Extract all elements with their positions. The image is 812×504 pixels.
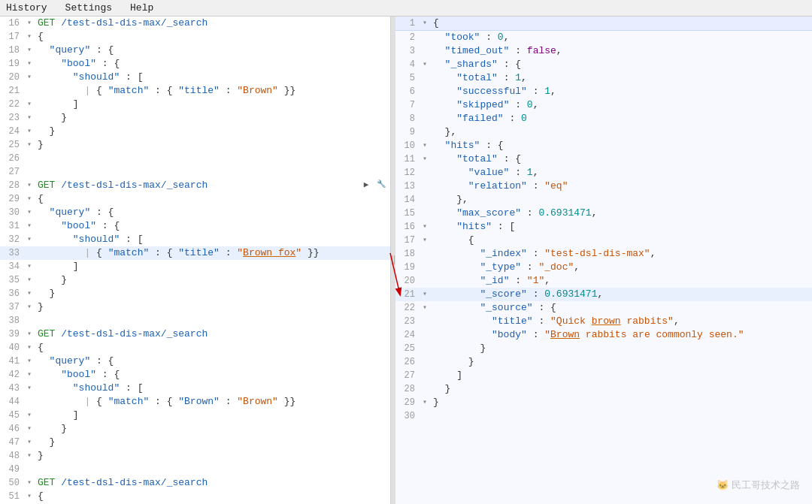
line-number: 48 xyxy=(0,449,24,463)
line-number: 28 xyxy=(395,382,420,396)
line-content: "skipped" : 0, xyxy=(430,98,812,112)
table-row: 22▾ ] xyxy=(0,98,390,111)
line-gutter xyxy=(24,152,35,165)
line-content: "hits" : [ xyxy=(430,220,812,234)
table-row: 20 "_id" : "1", xyxy=(395,274,812,288)
line-content: "bool" : { xyxy=(35,368,390,382)
line-content: "query" : { xyxy=(35,44,390,57)
line-content: GET /test-dsl-dis-max/_search xyxy=(35,327,390,341)
table-row: 15 "max_score" : 0.6931471, xyxy=(395,207,812,220)
table-row: 26 } xyxy=(395,355,812,369)
table-row: 7 "skipped" : 0, xyxy=(395,98,812,112)
table-row: 30 xyxy=(395,409,812,423)
line-number: 45 xyxy=(0,409,24,422)
line-gutter xyxy=(420,207,430,220)
table-row: 9 }, xyxy=(395,125,812,139)
line-number: 40 xyxy=(0,341,24,355)
line-number: 5 xyxy=(395,71,420,85)
line-content: "relation" : "eq" xyxy=(430,180,812,193)
line-number: 9 xyxy=(395,125,420,139)
left-code-area[interactable]: 16▾GET /test-dsl-dis-max/_search17▾{18▾ … xyxy=(0,17,390,504)
table-row: 27 ] xyxy=(395,369,812,382)
app-container: History Settings Help 16▾GET /test-dsl-d… xyxy=(0,0,812,504)
table-row: 16▾GET /test-dsl-dis-max/_search xyxy=(0,17,390,30)
line-number: 22 xyxy=(395,301,420,315)
table-row: 33 | { "match" : { "title" : "Brown fox"… xyxy=(0,246,390,260)
line-number: 14 xyxy=(395,193,420,207)
table-row: 28 } xyxy=(395,382,812,396)
line-content: "hits" : { xyxy=(430,139,812,152)
table-row: 24▾ } xyxy=(0,125,390,138)
left-panel: 16▾GET /test-dsl-dis-max/_search17▾{18▾ … xyxy=(0,17,391,504)
line-number: 24 xyxy=(395,328,420,342)
line-number: 22 xyxy=(0,98,24,111)
line-gutter: ▾ xyxy=(24,233,35,246)
line-number: 13 xyxy=(395,180,420,193)
line-content: "should" : [ xyxy=(35,71,390,84)
line-content: | { "match" : { "Brown" : "Brown" }} xyxy=(35,395,390,409)
table-row: 47▾ } xyxy=(0,436,390,449)
table-row: 23 "title" : "Quick brown rabbits", xyxy=(395,315,812,328)
line-content: "_id" : "1", xyxy=(430,274,812,288)
menu-settings[interactable]: Settings xyxy=(62,0,115,17)
table-row: 25 } xyxy=(395,342,812,355)
line-gutter: ▾ xyxy=(24,449,35,463)
table-row: 43▾ "should" : [ xyxy=(0,382,390,395)
main-area: 16▾GET /test-dsl-dis-max/_search17▾{18▾ … xyxy=(0,17,812,504)
line-content: }, xyxy=(430,125,812,139)
line-gutter: ▾ xyxy=(420,139,430,152)
table-row: 2 "took" : 0, xyxy=(395,31,812,44)
line-number: 17 xyxy=(395,234,420,247)
line-number: 44 xyxy=(0,395,24,409)
line-gutter xyxy=(420,125,430,139)
line-content: "took" : 0, xyxy=(430,31,812,44)
table-row: 11▾ "total" : { xyxy=(395,152,812,166)
line-number: 51 xyxy=(0,490,24,503)
line-gutter: ▾ xyxy=(420,396,430,409)
line-actions: ▶🔧 xyxy=(360,179,390,191)
line-gutter xyxy=(24,314,35,327)
line-gutter xyxy=(24,463,35,476)
line-number: 2 xyxy=(395,31,420,44)
line-content: "should" : [ xyxy=(35,382,390,395)
table-row: 51▾{ xyxy=(0,490,390,503)
line-gutter: ▾ xyxy=(24,287,35,300)
right-code-area[interactable]: 1▾{2 "took" : 0,3 "timed_out" : false,4▾… xyxy=(395,17,812,504)
table-row: 1▾{ xyxy=(395,17,812,31)
line-gutter xyxy=(420,409,430,423)
line-number: 25 xyxy=(0,138,24,152)
table-row: 13 "relation" : "eq" xyxy=(395,180,812,193)
line-gutter xyxy=(24,246,35,260)
line-content: GET /test-dsl-dis-max/_search xyxy=(35,17,390,30)
line-number: 3 xyxy=(395,44,420,58)
table-row: 36▾ } xyxy=(0,287,390,300)
line-gutter: ▾ xyxy=(24,341,35,355)
line-content: "value" : 1, xyxy=(430,166,812,180)
line-gutter: ▾ xyxy=(24,138,35,152)
line-number: 24 xyxy=(0,125,24,138)
line-number: 21 xyxy=(395,288,420,301)
line-number: 28 xyxy=(0,179,24,192)
line-gutter: ▾ xyxy=(24,179,35,192)
line-number: 35 xyxy=(0,273,24,287)
run-button[interactable]: ▶ xyxy=(360,179,372,191)
table-row: 14 }, xyxy=(395,193,812,207)
line-content: } xyxy=(35,125,390,138)
menu-help[interactable]: Help xyxy=(127,0,156,17)
menu-history[interactable]: History xyxy=(3,0,50,17)
table-row: 29▾} xyxy=(395,396,812,409)
line-number: 32 xyxy=(0,233,24,246)
line-content: ] xyxy=(35,260,390,273)
table-row: 34▾ ] xyxy=(0,260,390,273)
table-row: 38 xyxy=(0,314,390,327)
table-row: 18 "_index" : "test-dsl-dis-max", xyxy=(395,247,812,261)
line-gutter: ▾ xyxy=(24,368,35,382)
table-row: 19 "_type" : "_doc", xyxy=(395,261,812,274)
line-number: 19 xyxy=(0,57,24,71)
line-number: 19 xyxy=(395,261,420,274)
wrench-button[interactable]: 🔧 xyxy=(375,179,387,191)
line-content: "query" : { xyxy=(35,206,390,219)
line-number: 4 xyxy=(395,58,420,71)
table-row: 24 "body" : "Brown rabbits are commonly … xyxy=(395,328,812,342)
line-content: "_shards" : { xyxy=(430,58,812,71)
